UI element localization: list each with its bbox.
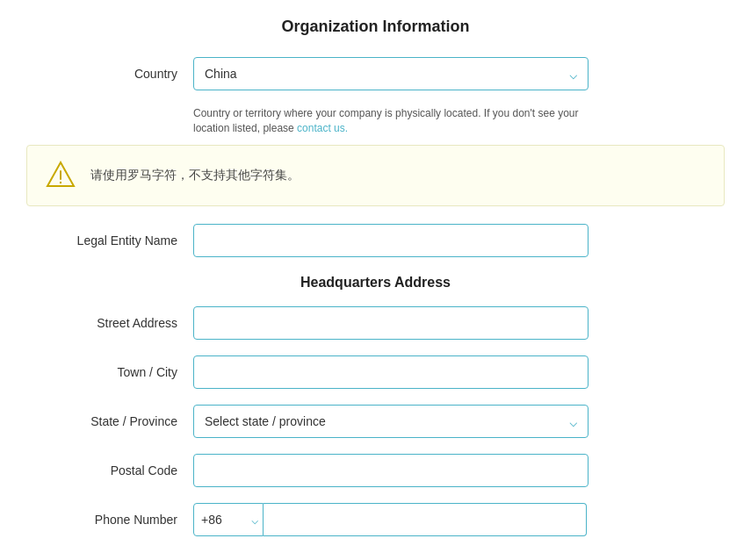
street-address-input[interactable] bbox=[193, 306, 589, 340]
country-select[interactable]: China United States United Kingdom Japan… bbox=[193, 57, 589, 90]
state-province-label: State / Province bbox=[26, 414, 193, 428]
warning-message: 请使用罗马字符，不支持其他字符集。 bbox=[90, 168, 300, 183]
country-row: Country China United States United Kingd… bbox=[26, 57, 725, 90]
country-select-wrapper: China United States United Kingdom Japan… bbox=[193, 57, 589, 90]
town-city-label: Town / City bbox=[26, 365, 193, 379]
state-province-row: State / Province Select state / province… bbox=[26, 405, 725, 438]
legal-entity-name-input[interactable] bbox=[193, 224, 589, 257]
postal-code-row: Postal Code bbox=[26, 454, 725, 487]
country-label: Country bbox=[26, 67, 193, 81]
postal-code-input[interactable] bbox=[193, 454, 589, 487]
state-province-select[interactable]: Select state / province Beijing Shanghai… bbox=[193, 405, 589, 438]
postal-code-label: Postal Code bbox=[26, 463, 193, 477]
country-helper-label: Country or territory where your company … bbox=[193, 107, 579, 134]
phone-number-input[interactable] bbox=[264, 503, 587, 536]
town-city-input[interactable] bbox=[193, 355, 589, 389]
phone-number-row: Phone Number +86 +1 +44 +81 ⌵ bbox=[26, 503, 725, 536]
legal-entity-name-label: Legal Entity Name bbox=[26, 233, 193, 248]
phone-country-code-wrapper: +86 +1 +44 +81 ⌵ bbox=[193, 503, 264, 536]
state-province-select-wrapper: Select state / province Beijing Shanghai… bbox=[193, 405, 589, 438]
country-helper-text: Country or territory where your company … bbox=[193, 106, 725, 136]
phone-number-label: Phone Number bbox=[26, 513, 193, 527]
town-city-row: Town / City bbox=[26, 355, 725, 389]
hq-address-title: Headquarters Address bbox=[26, 275, 725, 291]
street-address-row: Street Address bbox=[26, 306, 725, 340]
contact-us-link[interactable]: contact us. bbox=[297, 122, 348, 134]
warning-triangle-icon bbox=[45, 160, 76, 191]
warning-banner: 请使用罗马字符，不支持其他字符集。 bbox=[26, 145, 725, 206]
phone-country-code-select[interactable]: +86 +1 +44 +81 bbox=[193, 503, 264, 536]
legal-entity-name-row: Legal Entity Name bbox=[26, 224, 725, 257]
page-title: Organization Information bbox=[26, 18, 725, 36]
street-address-label: Street Address bbox=[26, 316, 193, 330]
svg-point-1 bbox=[60, 181, 61, 183]
